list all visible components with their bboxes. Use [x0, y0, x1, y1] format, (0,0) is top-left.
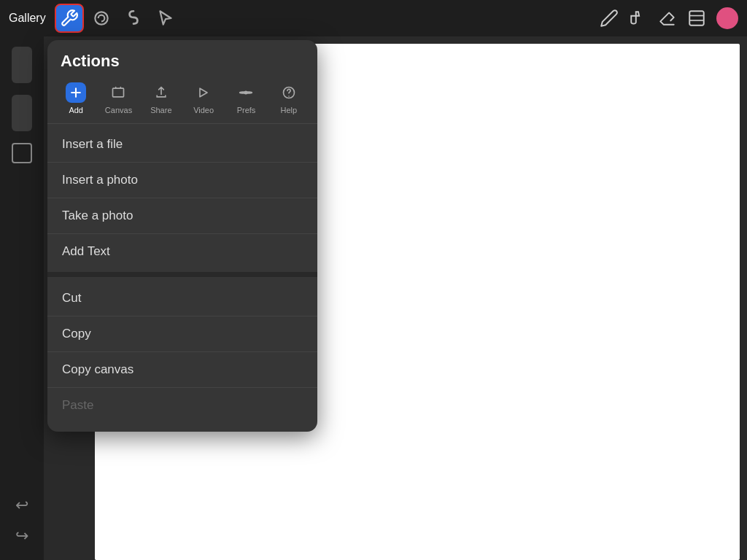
- pen-icon[interactable]: [600, 9, 619, 28]
- left-sidebar: ↩ ↪: [0, 36, 44, 560]
- selection-tool-button[interactable]: [151, 4, 180, 33]
- shape-tool[interactable]: [12, 143, 32, 163]
- layers-icon[interactable]: [687, 9, 706, 28]
- actions-panel: Actions Add Canvas: [47, 40, 317, 432]
- sidebar-bottom: ↩ ↪: [15, 496, 28, 553]
- tab-help-label: Help: [280, 106, 297, 114]
- tab-prefs-label: Prefs: [237, 106, 256, 114]
- take-photo-item[interactable]: Take a photo: [47, 198, 317, 234]
- eraser-icon[interactable]: [658, 9, 677, 28]
- help-tab-icon: [279, 82, 299, 103]
- tab-share-label: Share: [150, 106, 171, 114]
- menu-group-2: Cut Copy Copy canvas Paste: [47, 278, 317, 426]
- tab-add[interactable]: Add: [55, 79, 97, 117]
- toolbar-right: [600, 7, 738, 29]
- prefs-tab-icon: [236, 82, 256, 103]
- tab-video-label: Video: [193, 106, 214, 114]
- paste-item[interactable]: Paste: [47, 388, 317, 423]
- tab-canvas-label: Canvas: [105, 106, 132, 114]
- size-slider[interactable]: [12, 95, 32, 131]
- undo-button[interactable]: ↩: [15, 496, 28, 515]
- add-tab-icon: [66, 82, 86, 103]
- smudge-tool-button[interactable]: [119, 4, 148, 33]
- tab-share[interactable]: Share: [140, 79, 182, 117]
- insert-photo-item[interactable]: Insert a photo: [47, 163, 317, 198]
- canvas-tab-icon: [108, 82, 128, 103]
- actions-tabs: Add Canvas Share: [47, 79, 317, 124]
- brush-icon[interactable]: [629, 9, 648, 28]
- gallery-button[interactable]: Gallery: [9, 12, 46, 25]
- opacity-slider[interactable]: [12, 47, 32, 83]
- menu-separator: [47, 272, 317, 278]
- svg-rect-3: [689, 20, 704, 21]
- svg-point-6: [244, 91, 248, 95]
- copy-canvas-item[interactable]: Copy canvas: [47, 352, 317, 388]
- tab-video[interactable]: Video: [182, 79, 225, 117]
- add-text-item[interactable]: Add Text: [47, 234, 317, 269]
- share-tab-icon: [151, 82, 171, 103]
- svg-rect-2: [689, 15, 704, 17]
- svg-point-8: [288, 96, 290, 97]
- copy-item[interactable]: Copy: [47, 316, 317, 352]
- tab-add-label: Add: [69, 106, 83, 114]
- avatar: [716, 7, 738, 29]
- svg-rect-1: [689, 11, 704, 26]
- actions-title: Actions: [47, 52, 317, 79]
- redo-button[interactable]: ↪: [15, 526, 28, 545]
- menu-group-1: Insert a file Insert a photo Take a phot…: [47, 124, 317, 272]
- actions-tool-button[interactable]: [55, 4, 84, 33]
- top-toolbar: Gallery: [0, 0, 747, 36]
- svg-point-0: [95, 12, 107, 24]
- tab-help[interactable]: Help: [268, 79, 310, 117]
- insert-file-item[interactable]: Insert a file: [47, 127, 317, 163]
- modify-tool-button[interactable]: [87, 4, 116, 33]
- tab-prefs[interactable]: Prefs: [225, 79, 267, 117]
- video-tab-icon: [193, 82, 214, 103]
- svg-rect-4: [113, 88, 124, 97]
- cut-item[interactable]: Cut: [47, 281, 317, 316]
- tab-canvas[interactable]: Canvas: [97, 79, 139, 117]
